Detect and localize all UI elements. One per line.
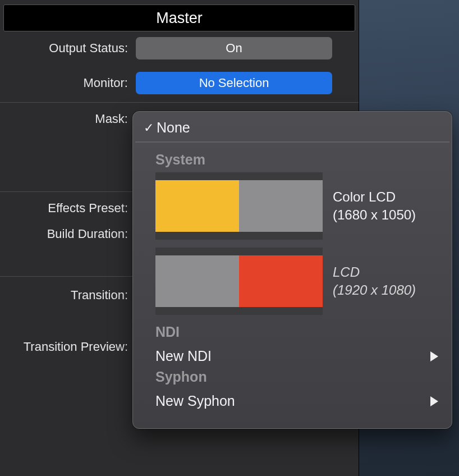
transition-label: Transition: bbox=[6, 288, 136, 303]
monitor-option-lcd[interactable]: LCD (1920 x 1080) bbox=[133, 248, 452, 323]
monitor-option-color-lcd[interactable]: Color LCD (1680 x 1050) bbox=[133, 172, 452, 248]
menu-heading-system: System bbox=[133, 148, 452, 172]
option-label: None bbox=[157, 120, 190, 136]
monitor-option-text: LCD (1920 x 1080) bbox=[333, 263, 416, 300]
output-status-label: Output Status: bbox=[6, 41, 136, 56]
panel-title: Master bbox=[3, 4, 355, 31]
monitor-option-text: Color LCD (1680 x 1050) bbox=[333, 188, 416, 225]
display-icon bbox=[155, 180, 239, 232]
output-status-row: Output Status: On bbox=[0, 35, 359, 62]
monitor-row: Monitor: No Selection bbox=[0, 70, 359, 97]
build-duration-label: Build Duration: bbox=[6, 227, 136, 241]
display-icon bbox=[239, 180, 323, 232]
monitor-dropdown-menu[interactable]: ✓ None System Color LCD (1680 x 1050) bbox=[132, 111, 452, 429]
monitor-option-none[interactable]: ✓ None bbox=[133, 117, 452, 140]
mask-label: Mask: bbox=[6, 112, 136, 126]
menu-heading-syphon: Syphon bbox=[133, 368, 452, 390]
display-icon bbox=[239, 255, 323, 307]
display-icon bbox=[155, 255, 239, 307]
menu-heading-ndi: NDI bbox=[133, 323, 452, 345]
output-status-button[interactable]: On bbox=[136, 37, 332, 60]
new-syphon-option[interactable]: New Syphon bbox=[133, 390, 452, 413]
chevron-right-icon bbox=[430, 351, 438, 361]
divider bbox=[0, 102, 359, 103]
monitor-label: Monitor: bbox=[6, 76, 136, 90]
check-icon: ✓ bbox=[141, 121, 157, 135]
option-label: New NDI bbox=[155, 348, 212, 364]
effects-preset-label: Effects Preset: bbox=[6, 201, 136, 216]
transition-preview-label: Transition Preview: bbox=[6, 336, 136, 354]
option-label: New Syphon bbox=[155, 393, 235, 409]
monitor-thumbnail bbox=[155, 172, 323, 240]
menu-divider bbox=[135, 141, 449, 143]
chevron-right-icon bbox=[430, 396, 438, 406]
new-ndi-option[interactable]: New NDI bbox=[133, 345, 452, 368]
monitor-dropdown-button[interactable]: No Selection bbox=[136, 72, 332, 94]
monitor-thumbnail bbox=[155, 248, 323, 315]
